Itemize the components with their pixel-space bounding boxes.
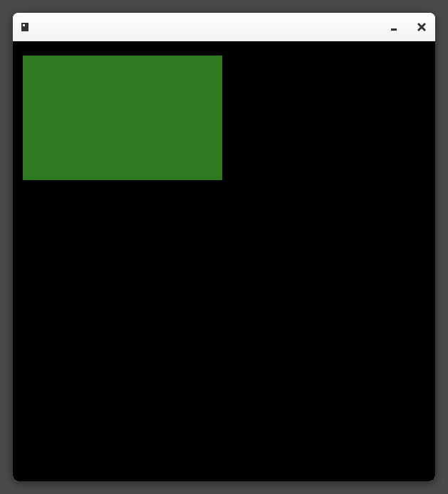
titlebar-controls xyxy=(391,22,427,32)
rendering-canvas xyxy=(13,41,435,481)
close-button[interactable] xyxy=(417,22,427,32)
titlebar[interactable] xyxy=(13,13,435,41)
green-rectangle xyxy=(23,56,222,180)
titlebar-left xyxy=(21,23,33,31)
application-window xyxy=(13,13,435,481)
minimize-button[interactable] xyxy=(391,23,398,31)
app-icon xyxy=(21,23,28,31)
minimize-icon xyxy=(391,28,397,31)
